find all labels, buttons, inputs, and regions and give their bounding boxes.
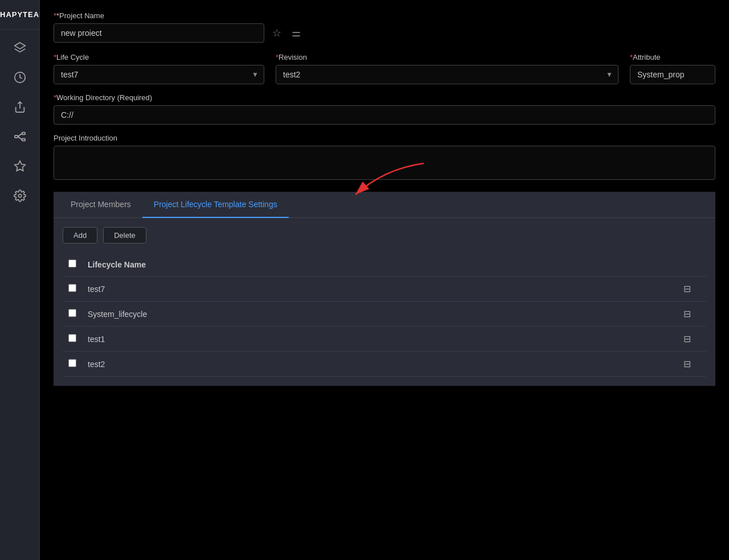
revision-select-wrapper: test2 ▼ (276, 65, 619, 84)
row-checkbox-0[interactable] (68, 284, 76, 292)
add-button[interactable]: Add (63, 227, 97, 244)
row-checkbox-cell (63, 277, 82, 302)
sidebar-item-favorites[interactable] (7, 154, 32, 179)
row-checkbox-cell (63, 302, 82, 327)
project-name-label: **Project Name (54, 11, 715, 20)
sidebar-item-layers[interactable] (7, 35, 32, 60)
tab-content: Add Delete Lifecycle Name (54, 218, 715, 386)
attribute-label: *Attribute (630, 53, 715, 61)
sidebar-item-share[interactable] (7, 94, 32, 120)
star-button[interactable]: ☆ (270, 24, 284, 42)
svg-line-7 (18, 137, 22, 140)
clock-icon (14, 71, 26, 84)
row-action-cell-0: ⊟ (678, 277, 706, 302)
svg-rect-5 (22, 139, 24, 141)
row-action-icon-0[interactable]: ⊟ (683, 284, 691, 294)
tabs-wrapper: Project Members Project Lifecycle Templa… (54, 192, 715, 386)
row-checkbox-2[interactable] (68, 334, 76, 342)
delete-button[interactable]: Delete (103, 227, 146, 244)
intro-textarea[interactable] (54, 146, 715, 180)
row-action-icon-1[interactable]: ⊟ (683, 309, 691, 319)
row-checkbox-1[interactable] (68, 309, 76, 317)
svg-rect-4 (22, 133, 24, 135)
row-lifecycle-name-0: test7 (82, 277, 678, 302)
action-buttons-row: Add Delete (63, 227, 706, 244)
header-lifecycle-name: Lifecycle Name (82, 253, 678, 277)
row-checkbox-3[interactable] (68, 359, 76, 367)
revision-select[interactable]: test2 (276, 65, 619, 84)
table-row: System_lifecycle ⊟ (63, 302, 706, 327)
lifecycle-select-wrapper: test7 ▼ (54, 65, 264, 84)
settings-icon (14, 190, 26, 202)
row-checkbox-cell (63, 352, 82, 377)
lifecycle-select[interactable]: test7 (54, 65, 264, 84)
content-area: **Project Name ☆ ⚌ *Life Cycle test7 (40, 0, 729, 560)
lifecycle-label: *Life Cycle (54, 53, 264, 61)
working-dir-input[interactable] (54, 105, 715, 125)
header-action-cell (678, 253, 706, 277)
row-action-icon-3[interactable]: ⊟ (683, 359, 691, 369)
tabs-bar: Project Members Project Lifecycle Templa… (54, 192, 715, 218)
row-action-cell-1: ⊟ (678, 302, 706, 327)
row-lifecycle-name-1: System_lifecycle (82, 302, 678, 327)
working-dir-label: *Working Directory (Required) (54, 93, 715, 102)
revision-label: *Revision (276, 53, 619, 61)
row-lifecycle-name-2: test1 (82, 327, 678, 352)
attribute-input[interactable] (630, 65, 715, 84)
share-icon (14, 101, 26, 113)
tab-project-members[interactable]: Project Members (59, 192, 142, 218)
header-checkbox-cell (63, 253, 82, 277)
app-logo: HAPYTEAM (0, 0, 39, 30)
svg-point-9 (18, 194, 22, 197)
svg-marker-8 (14, 161, 24, 171)
table-row: test7 ⊟ (63, 277, 706, 302)
layers-icon (14, 42, 26, 54)
tabs-container: Project Members Project Lifecycle Templa… (54, 192, 715, 386)
main-area: **Project Name ☆ ⚌ *Life Cycle test7 (40, 0, 729, 560)
table-header-row: Lifecycle Name (63, 253, 706, 277)
row-action-icon-2[interactable]: ⊟ (683, 334, 691, 344)
row-checkbox-cell (63, 327, 82, 352)
row-action-cell-3: ⊟ (678, 352, 706, 377)
sidebar-item-network[interactable] (7, 124, 32, 149)
table-row: test1 ⊟ (63, 327, 706, 352)
sidebar-item-clock[interactable] (7, 65, 32, 90)
star-icon (14, 160, 26, 172)
filter-button[interactable]: ⚌ (289, 24, 303, 42)
svg-line-6 (18, 134, 22, 137)
sidebar-item-settings[interactable] (7, 183, 32, 208)
select-all-checkbox[interactable] (68, 260, 76, 267)
row-action-cell-2: ⊟ (678, 327, 706, 352)
row-lifecycle-name-3: test2 (82, 352, 678, 377)
sidebar: HAPYTEAM (0, 0, 40, 560)
svg-rect-3 (14, 135, 18, 138)
tab-lifecycle-template-settings[interactable]: Project Lifecycle Template Settings (142, 192, 289, 218)
network-icon (14, 130, 26, 143)
intro-label: Project Introduction (54, 134, 715, 142)
svg-marker-0 (14, 43, 24, 49)
table-row: test2 ⊟ (63, 352, 706, 377)
project-name-input[interactable] (54, 23, 264, 43)
project-form: **Project Name ☆ ⚌ *Life Cycle test7 (54, 11, 715, 182)
lifecycle-table: Lifecycle Name test7 (63, 253, 706, 377)
